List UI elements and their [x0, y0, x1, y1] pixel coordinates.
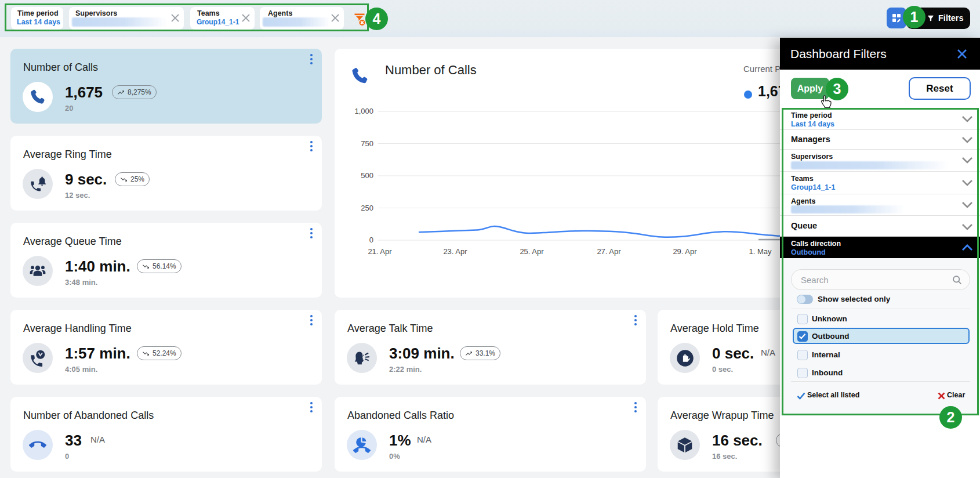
svg-text:23. Apr: 23. Apr — [443, 247, 467, 256]
svg-text:25. Apr: 25. Apr — [520, 247, 544, 256]
svg-text:27. Apr: 27. Apr — [597, 247, 621, 256]
svg-text:1,000: 1,000 — [354, 107, 373, 115]
svg-text:1. May: 1. May — [749, 247, 772, 256]
svg-text:29. Apr: 29. Apr — [673, 247, 697, 256]
svg-text:500: 500 — [361, 171, 373, 180]
svg-text:250: 250 — [361, 204, 373, 212]
svg-text:750: 750 — [361, 139, 373, 148]
svg-text:0: 0 — [369, 236, 373, 244]
svg-text:21. Apr: 21. Apr — [368, 247, 392, 256]
